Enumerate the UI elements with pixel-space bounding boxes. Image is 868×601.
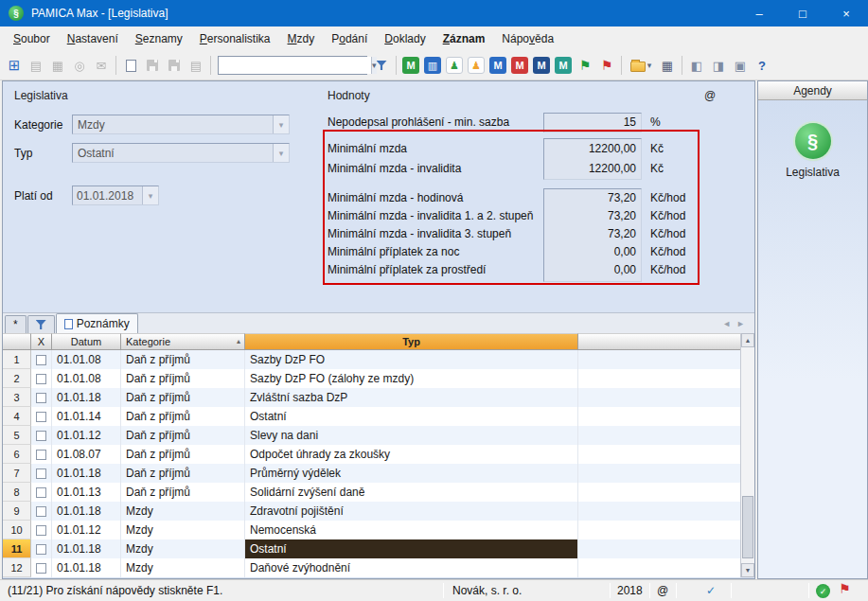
cell-kategorie[interactable]: Daň z příjmů [121,483,245,502]
cell-datum[interactable]: 01.01.13 [52,483,121,502]
minimize-button[interactable]: – [737,0,781,27]
agenda-mzdy-button[interactable]: M [400,55,421,76]
status-year[interactable]: 2018 [617,580,643,601]
records-button[interactable]: ▤ [26,55,46,76]
cell-kategorie[interactable]: Daň z příjmů [121,350,245,369]
chevron-down-icon[interactable]: ▾ [273,144,289,162]
row-checkbox[interactable] [36,468,46,479]
cell-kategorie[interactable]: Daň z příjmů [121,445,245,464]
table-row[interactable]: 8 01.01.13 Daň z příjmů Solidární zvýšen… [3,483,740,502]
row-checkbox[interactable] [36,393,46,403]
status-ok-icon[interactable]: ✓ [816,584,830,598]
tab-scroll-left-icon[interactable]: ◄ [722,319,731,328]
cell-datum[interactable]: 01.08.07 [52,445,121,464]
cell-typ[interactable]: Daňové zvýhodnění [245,558,578,577]
cell-datum[interactable]: 01.01.08 [52,350,121,369]
cell-kategorie[interactable]: Daň z příjmů [121,407,245,426]
header-datum[interactable]: Datum [52,333,121,350]
row-select-cell[interactable] [31,464,52,483]
cell-typ[interactable]: Zvláštní sazba DzP [245,388,578,407]
cell-datum[interactable]: 01.01.08 [52,369,121,388]
cell-typ[interactable]: Sazby DzP FO (zálohy ze mzdy) [245,369,578,388]
agenda-m-navy-button[interactable]: M [531,55,552,76]
row-checkbox[interactable] [36,355,46,365]
filter-button[interactable] [371,55,392,76]
menu-soubor[interactable]: Soubor [5,28,59,49]
panel-layout-right-button[interactable]: ◨ [708,55,729,76]
cell-kategorie[interactable]: Daň z příjmů [121,388,245,407]
transfer-button[interactable]: ⊞ [4,55,25,76]
cell-datum[interactable]: 01.01.18 [52,464,121,483]
menu-nastaveni[interactable]: Nastavení [59,28,127,49]
menu-personalistika[interactable]: Personalistika [191,28,279,49]
cell-typ-active[interactable]: Ostatní [245,539,578,558]
agenda-person-button[interactable]: ♟ [466,55,487,76]
plati-od-combobox[interactable]: 01.01.2018 ▾ [72,186,159,205]
row-checkbox[interactable] [36,374,46,384]
agendy-item-legislativa[interactable]: § Legislativa [758,123,867,179]
row-select-cell[interactable] [31,445,52,464]
new-record-button[interactable] [120,55,141,76]
row-select-cell[interactable] [31,426,52,445]
context-help-button[interactable]: ? [752,55,772,76]
scroll-down-icon[interactable]: ▼ [741,563,754,577]
status-flag-icon[interactable]: ⚑ [839,581,851,596]
copy-button[interactable]: ▤ [186,55,206,76]
menu-mzdy[interactable]: Mzdy [279,28,324,49]
header-x[interactable]: X [31,333,52,350]
table-row[interactable]: 9 01.01.18 Mzdy Zdravotní pojištění [3,502,740,521]
header-typ[interactable]: Typ [245,333,578,350]
search-input[interactable] [219,57,371,74]
table-row[interactable]: 6 01.08.07 Daň z příjmů Odpočet úhrady z… [3,445,740,464]
cell-datum[interactable]: 01.01.14 [52,407,121,426]
tab-poznamky[interactable]: Poznámky [56,313,138,333]
table-row[interactable]: 2 01.01.08 Daň z příjmů Sazby DzP FO (zá… [3,369,740,388]
close-button[interactable]: × [824,0,868,27]
row-select-cell[interactable] [31,539,52,558]
table-row[interactable]: 1 01.01.08 Daň z příjmů Sazby DzP FO [3,350,740,369]
tab-star[interactable]: * [5,315,27,333]
hodinove-group-box[interactable]: 73,20 73,20 73,20 0,00 0,00 [543,188,642,282]
typ-combobox[interactable]: Ostatní ▾ [72,143,290,163]
cell-kategorie[interactable]: Mzdy [121,539,245,558]
table-row[interactable]: 3 01.01.18 Daň z příjmů Zvláštní sazba D… [3,388,740,407]
cell-typ[interactable]: Nemocenská [245,521,578,539]
kategorie-combobox[interactable]: Mzdy ▾ [72,115,290,134]
table-row-selected[interactable]: 11 01.01.18 Mzdy Ostatní [3,539,740,558]
row-checkbox[interactable] [36,563,46,574]
mail-button[interactable]: ✉ [91,55,112,76]
cell-typ[interactable]: Solidární zvýšení daně [245,483,578,502]
cell-kategorie[interactable]: Daň z příjmů [121,426,245,445]
menu-seznamy[interactable]: Seznamy [127,28,191,49]
print-button[interactable]: ▦ [47,55,68,76]
cell-datum[interactable]: 01.01.18 [52,539,121,558]
cell-datum[interactable]: 01.01.18 [52,558,121,577]
row-select-cell[interactable] [31,407,52,426]
row-select-cell[interactable] [31,350,52,369]
cell-datum[interactable]: 01.01.18 [52,388,121,407]
nepodepsal-field[interactable]: 15 [543,113,642,133]
row-checkbox[interactable] [36,450,46,460]
row-checkbox[interactable] [36,544,46,555]
search-combobox[interactable]: ▾ [218,56,367,75]
calculator-button[interactable]: ▦ [657,55,678,76]
row-checkbox[interactable] [36,412,46,422]
scrollbar-thumb[interactable] [742,496,753,558]
menu-napoveda[interactable]: Nápověda [493,28,562,49]
maximize-button[interactable]: □ [781,0,824,27]
table-row[interactable]: 7 01.01.18 Daň z příjmů Průměrný výdělek [3,464,740,483]
row-select-cell[interactable] [31,388,52,407]
cell-typ[interactable]: Zdravotní pojištění [245,502,578,521]
scroll-up-icon[interactable]: ▲ [741,333,754,347]
cell-typ[interactable]: Průměrný výdělek [245,464,578,483]
agendy-header[interactable]: Agendy [758,81,867,100]
chevron-down-icon[interactable]: ▾ [273,115,289,133]
cell-typ[interactable]: Odpočet úhrady za zkoušky [245,445,578,464]
cell-kategorie[interactable]: Mzdy [121,558,245,577]
cell-datum[interactable]: 01.01.12 [52,521,121,539]
cell-kategorie[interactable]: Daň z příjmů [121,369,245,388]
cell-typ[interactable]: Ostatní [245,407,578,426]
agenda-institutions-button[interactable]: ▥ [422,55,443,76]
agenda-m-teal-button[interactable]: M [553,55,574,76]
table-row[interactable]: 10 01.01.12 Mzdy Nemocenská [3,521,740,539]
